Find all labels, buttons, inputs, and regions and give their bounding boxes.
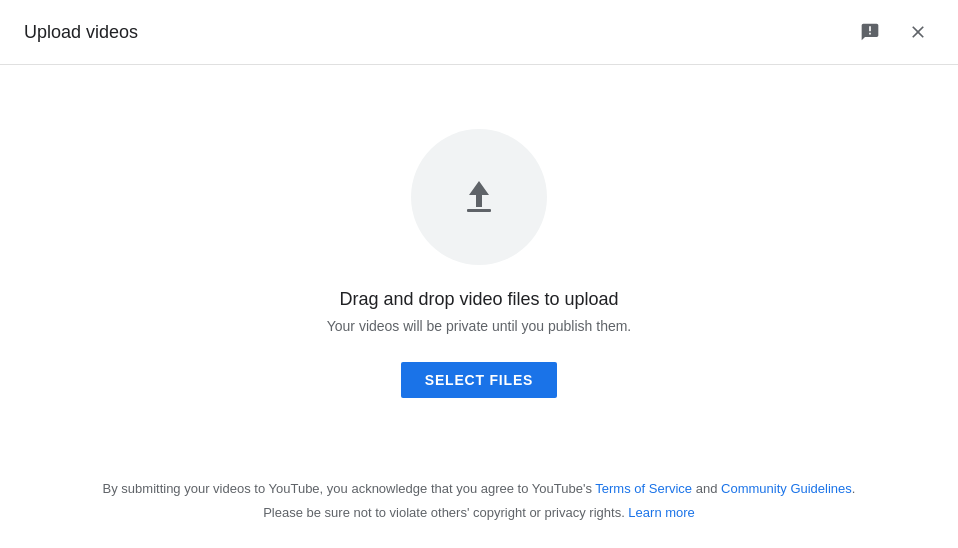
footer-line2: Please be sure not to violate others' co… [24, 501, 934, 524]
learn-more-link[interactable]: Learn more [628, 505, 694, 520]
upload-arrow [455, 173, 503, 221]
footer-line1-middle: and [692, 481, 721, 496]
upload-icon [455, 173, 503, 221]
header-icons [854, 16, 934, 48]
dialog-title: Upload videos [24, 22, 138, 43]
dialog-body: Drag and drop video files to upload Your… [0, 65, 958, 461]
privacy-text: Your videos will be private until you pu… [327, 318, 632, 334]
upload-dialog: Upload videos [0, 0, 958, 548]
close-icon [906, 20, 930, 44]
svg-rect-0 [467, 209, 491, 212]
select-files-button[interactable]: SELECT FILES [401, 362, 557, 398]
footer-line1: By submitting your videos to YouTube, yo… [24, 477, 934, 500]
footer-line1-suffix: . [852, 481, 856, 496]
dialog-footer: By submitting your videos to YouTube, yo… [0, 461, 958, 548]
feedback-icon [858, 20, 882, 44]
close-button[interactable] [902, 16, 934, 48]
upload-drop-zone[interactable] [411, 129, 547, 265]
feedback-button[interactable] [854, 16, 886, 48]
footer-line2-prefix: Please be sure not to violate others' co… [263, 505, 628, 520]
footer-line1-prefix: By submitting your videos to YouTube, yo… [103, 481, 596, 496]
terms-of-service-link[interactable]: Terms of Service [595, 481, 692, 496]
drag-drop-text: Drag and drop video files to upload [339, 289, 618, 310]
community-guidelines-link[interactable]: Community Guidelines [721, 481, 852, 496]
dialog-header: Upload videos [0, 0, 958, 65]
